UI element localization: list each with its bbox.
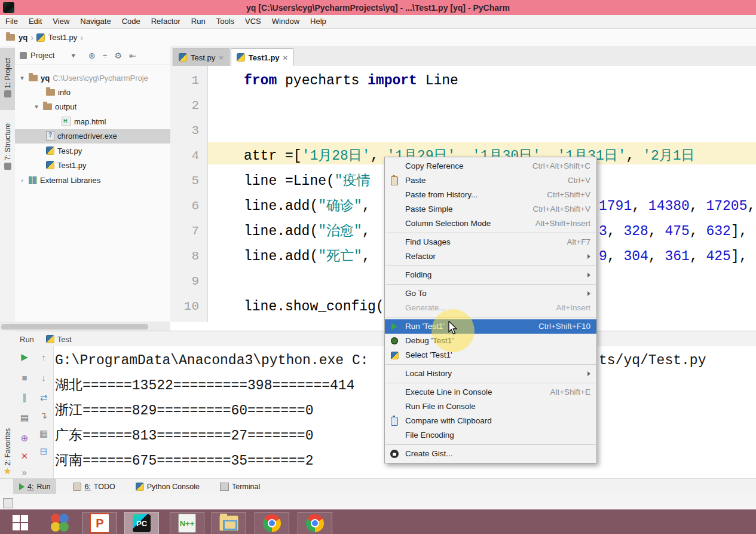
tree-row-test1-py[interactable]: Test1.py xyxy=(46,158,86,172)
down-stacktrace-icon[interactable]: ↓ xyxy=(36,370,51,385)
menu-item-debug-test1[interactable]: Debug 'Test1' xyxy=(385,334,596,348)
collapse-all-icon[interactable]: ÷ xyxy=(103,51,108,60)
taskbar-pycharm[interactable]: PC xyxy=(124,512,159,534)
scroll-to-end-icon[interactable]: ↴ xyxy=(36,408,51,423)
toolwindow-tab-run[interactable]: 4: Run xyxy=(13,479,56,495)
project-view-caret-icon[interactable]: ▾ xyxy=(71,51,75,60)
toolwindow-tab-terminal[interactable]: Terminal xyxy=(214,479,266,495)
project-hscrollbar[interactable] xyxy=(0,322,170,331)
pause-output-icon[interactable]: ∥ xyxy=(17,390,32,405)
menu-item-folding[interactable]: Folding xyxy=(385,268,596,282)
python-icon xyxy=(391,352,399,359)
menu-refactor[interactable]: Refactor xyxy=(146,15,186,28)
menu-help[interactable]: Help xyxy=(305,15,332,28)
chevron-down-icon[interactable]: ▾ xyxy=(19,74,26,82)
toolwindow-toggle-icon[interactable] xyxy=(3,498,13,508)
tab-test-py[interactable]: Test.py × xyxy=(173,48,229,66)
toolwindow-tab-project[interactable]: 1: Project xyxy=(0,48,15,110)
toolwindow-tab-python-console[interactable]: Python Console xyxy=(130,479,206,495)
menu-item-copy-reference[interactable]: Copy ReferenceCtrl+Alt+Shift+C xyxy=(385,159,596,173)
taskbar-chrome-2[interactable] xyxy=(298,512,332,534)
toolwindow-tab-favorites[interactable]: 2: Favorites ★ xyxy=(0,405,15,477)
tree-label: chromedriver.exe xyxy=(57,132,117,141)
run-toolbar-left: ▶ ■ ∥ ▤ ⊕ ✕ » xyxy=(15,346,35,478)
tree-row-info[interactable]: info xyxy=(46,85,71,99)
menu-item-create-gist[interactable]: Create Gist... xyxy=(385,447,596,461)
console-row: 广东======813=========27=======0 xyxy=(55,423,313,448)
menu-item-select-test1[interactable]: Select 'Test1' xyxy=(385,348,596,362)
taskbar-screen-recorder[interactable] xyxy=(43,512,76,533)
more-options-icon[interactable]: » xyxy=(17,465,32,479)
tree-row-test-py[interactable]: Test.py xyxy=(46,144,82,158)
menu-item-go-to[interactable]: Go To xyxy=(385,286,596,301)
menu-tools[interactable]: Tools xyxy=(211,15,240,28)
menu-item-local-history[interactable]: Local History xyxy=(385,367,596,381)
run-tab-test[interactable]: Test xyxy=(41,334,76,345)
chrome-icon xyxy=(263,514,281,532)
menu-window[interactable]: Window xyxy=(267,15,305,28)
menu-item-paste-from-history[interactable]: Paste from History...Ctrl+Shift+V xyxy=(385,188,596,202)
folder-icon xyxy=(46,89,55,96)
menu-item-compare-with-clipboard[interactable]: Compare with Clipboard xyxy=(385,414,596,428)
close-icon[interactable]: × xyxy=(219,53,224,62)
hide-panel-icon[interactable]: ⇤ xyxy=(129,51,136,60)
tab-mnemonic: 4: xyxy=(27,483,33,491)
menu-navigate[interactable]: Navigate xyxy=(75,15,116,28)
line-number: 5 xyxy=(175,169,199,194)
code-line-6: line.add("确诊", xyxy=(244,194,371,219)
menu-separator xyxy=(385,383,596,383)
show-console-icon[interactable]: ▤ xyxy=(17,411,32,425)
menu-item-paste-simple[interactable]: Paste SimpleCtrl+Alt+Shift+V xyxy=(385,202,596,216)
taskbar-notepad-plus-plus[interactable]: N++ xyxy=(170,512,204,534)
chevron-down-icon[interactable]: ▾ xyxy=(33,103,40,111)
pin-tab-icon[interactable]: ⊕ xyxy=(17,431,32,445)
line-number: 2 xyxy=(175,93,199,118)
menu-item-run-file-in-console[interactable]: Run File in Console xyxy=(385,399,596,414)
toolwindow-tab-structure[interactable]: 7: Structure xyxy=(0,115,15,181)
project-panel-title[interactable]: Project xyxy=(30,51,54,60)
locate-file-icon[interactable]: ⊕ xyxy=(88,51,96,60)
tree-label: External Libraries xyxy=(40,176,100,185)
up-stacktrace-icon[interactable]: ↑ xyxy=(36,350,51,364)
menu-run[interactable]: Run xyxy=(186,15,211,28)
rerun-icon[interactable]: ▶ xyxy=(17,350,32,364)
print-icon[interactable]: ▦ xyxy=(36,426,51,441)
menu-code[interactable]: Code xyxy=(117,15,146,28)
libraries-icon xyxy=(29,176,37,184)
tree-row-chromedriver[interactable]: chromedriver.exe xyxy=(46,129,117,143)
breadcrumb-project[interactable]: yq xyxy=(19,33,27,42)
menu-item-run-test1[interactable]: Run 'Test1'Ctrl+Shift+F10 xyxy=(385,319,596,334)
chevron-right-icon[interactable]: › xyxy=(19,176,26,184)
taskbar-file-explorer[interactable] xyxy=(212,512,246,534)
menu-item-execute-line-in-console[interactable]: Execute Line in ConsoleAlt+Shift+E xyxy=(385,385,596,399)
tree-row-map-html[interactable]: map.html xyxy=(62,114,106,129)
menu-item-column-selection-mode[interactable]: Column Selection ModeAlt+Shift+Insert xyxy=(385,216,596,231)
tree-label: output xyxy=(55,102,76,111)
taskbar-chrome[interactable] xyxy=(255,512,289,534)
tab-test1-py[interactable]: Test1.py × xyxy=(231,48,293,66)
tree-row-yq[interactable]: ▾ yq C:\Users\cyg\PycharmProje xyxy=(19,71,148,85)
toolwindow-tab-todo[interactable]: 6: TODO xyxy=(67,479,121,495)
menu-vcs[interactable]: VCS xyxy=(240,15,267,28)
tree-row-output[interactable]: ▾ output xyxy=(33,99,76,114)
breadcrumb-file[interactable]: Test1.py xyxy=(48,33,77,42)
menu-file[interactable]: File xyxy=(0,15,23,28)
line-number: 3 xyxy=(175,118,199,144)
menu-edit[interactable]: Edit xyxy=(23,15,47,28)
menu-item-paste[interactable]: PasteCtrl+V xyxy=(385,173,596,188)
clear-all-icon[interactable]: ⊟ xyxy=(36,444,51,459)
menu-item-file-encoding[interactable]: File Encoding xyxy=(385,428,596,443)
soft-wrap-icon[interactable]: ⇄ xyxy=(36,390,51,405)
menu-item-find-usages[interactable]: Find UsagesAlt+F7 xyxy=(385,235,596,249)
panel-settings-icon[interactable]: ⚙ xyxy=(114,51,122,60)
start-button[interactable] xyxy=(4,512,37,533)
breadcrumb-separator: › xyxy=(80,33,83,42)
scrollbar-thumb[interactable] xyxy=(1,324,148,329)
tree-row-external-libraries[interactable]: › External Libraries xyxy=(19,173,100,187)
close-icon[interactable]: × xyxy=(283,53,288,62)
stop-icon[interactable]: ■ xyxy=(17,370,32,385)
close-icon[interactable]: ✕ xyxy=(17,449,32,463)
menu-item-refactor[interactable]: Refactor xyxy=(385,249,596,264)
menu-view[interactable]: View xyxy=(47,15,75,28)
taskbar-powerpoint[interactable]: P xyxy=(82,512,117,534)
